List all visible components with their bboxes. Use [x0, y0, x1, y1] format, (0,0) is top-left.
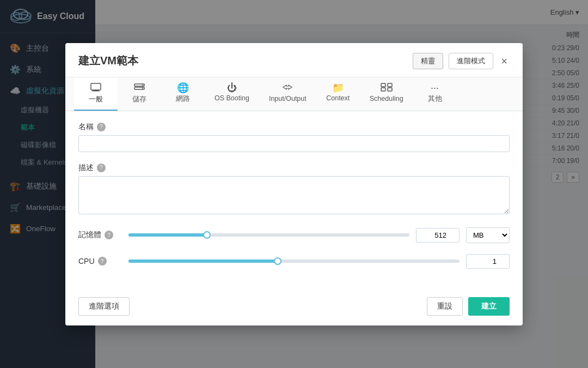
svg-rect-4 — [91, 83, 101, 90]
general-tab-icon — [90, 83, 101, 93]
other-tab-icon: ··· — [431, 83, 439, 93]
tab-input-output[interactable]: Input/Output — [259, 77, 316, 111]
memory-label: 記憶體 ? — [78, 230, 122, 240]
name-label: 名稱 ? — [78, 122, 510, 132]
svg-point-10 — [142, 88, 143, 89]
cpu-slider-fill — [128, 260, 278, 263]
svg-rect-11 — [381, 83, 385, 87]
modal-header-actions: 精靈 進階模式 × — [413, 53, 510, 69]
modal-header: 建立VM範本 精靈 進階模式 × — [65, 43, 523, 77]
cpu-slider-wrapper — [128, 256, 460, 267]
cpu-slider-track — [128, 260, 460, 263]
scheduling-tab-icon — [381, 83, 393, 93]
advanced-options-button[interactable]: 進階選項 — [78, 297, 130, 316]
network-tab-icon: 🌐 — [177, 83, 189, 93]
context-tab-icon: 📁 — [332, 83, 344, 93]
memory-slider-fill — [128, 233, 207, 237]
tab-other[interactable]: ··· 其他 — [413, 77, 457, 111]
modal-body: 名稱 ? 描述 ? 記憶體 ? — [65, 111, 523, 291]
wizard-button[interactable]: 精靈 — [413, 53, 443, 69]
svg-rect-12 — [388, 83, 392, 87]
desc-textarea[interactable] — [78, 176, 510, 214]
cpu-label: CPU ? — [78, 257, 122, 266]
tab-general[interactable]: 一般 — [74, 77, 118, 111]
tab-os-booting[interactable]: ⏻ OS Booting — [205, 77, 259, 111]
cpu-slider-thumb[interactable] — [274, 257, 281, 265]
memory-slider-thumb[interactable] — [203, 231, 211, 239]
memory-slider-wrapper — [128, 230, 409, 240]
memory-value-input[interactable] — [416, 228, 460, 243]
memory-help-icon[interactable]: ? — [105, 231, 113, 239]
tab-context[interactable]: 📁 Context — [316, 77, 360, 111]
cpu-value-input[interactable] — [466, 254, 510, 269]
modal-title: 建立VM範本 — [78, 53, 138, 68]
name-input[interactable] — [78, 135, 510, 152]
footer-left: 進階選項 — [78, 297, 130, 316]
memory-slider-track — [128, 233, 409, 237]
desc-label: 描述 ? — [78, 163, 510, 173]
tab-scheduling[interactable]: Scheduling — [360, 77, 413, 111]
name-help-icon[interactable]: ? — [97, 123, 106, 131]
storage-tab-icon — [134, 83, 145, 93]
reset-button[interactable]: 重設 — [427, 297, 463, 316]
svg-rect-6 — [92, 91, 100, 92]
desc-help-icon[interactable]: ? — [97, 164, 106, 172]
os-booting-tab-icon: ⏻ — [227, 83, 237, 93]
cpu-help-icon[interactable]: ? — [98, 257, 107, 266]
name-field-group: 名稱 ? — [78, 122, 510, 152]
memory-unit-select[interactable]: KB MB GB TB — [466, 227, 510, 243]
svg-rect-14 — [388, 88, 392, 91]
desc-field-group: 描述 ? — [78, 163, 510, 216]
modal-tabs: 一般 儲存 🌐 網路 ⏻ OS Booting — [65, 77, 523, 111]
close-button[interactable]: × — [499, 56, 510, 67]
advanced-mode-button[interactable]: 進階模式 — [449, 53, 493, 69]
memory-row: 記憶體 ? KB MB GB TB — [78, 227, 510, 243]
svg-point-9 — [142, 85, 143, 86]
input-output-tab-icon — [282, 83, 293, 93]
modal-footer: 進階選項 重設 建立 — [65, 291, 523, 325]
svg-rect-13 — [381, 88, 385, 91]
create-button[interactable]: 建立 — [468, 297, 510, 316]
create-vm-template-modal: 建立VM範本 精靈 進階模式 × 一般 — [65, 43, 523, 325]
footer-right: 重設 建立 — [427, 297, 510, 316]
tab-storage[interactable]: 儲存 — [118, 77, 161, 111]
modal-overlay: 建立VM範本 精靈 進階模式 × 一般 — [0, 0, 588, 368]
cpu-row: CPU ? — [78, 254, 510, 269]
tab-network[interactable]: 🌐 網路 — [161, 77, 205, 111]
